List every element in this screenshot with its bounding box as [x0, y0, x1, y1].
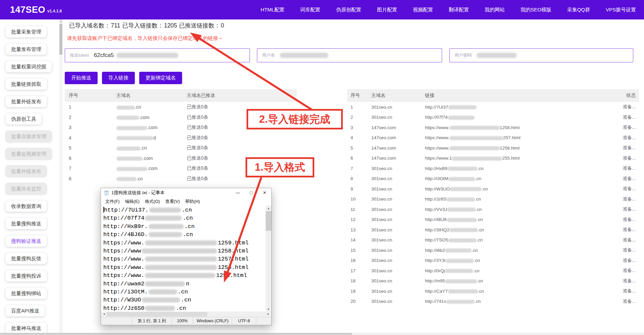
- sidebar-item[interactable]: 批量搜狗反馈: [5, 253, 47, 264]
- username-input[interactable]: 用户名: [257, 48, 442, 62]
- page-hscrollbar[interactable]: [0, 333, 644, 335]
- link-cell: http://3Y3i.cn: [425, 258, 612, 263]
- url-text: http://Jz6S0: [103, 305, 144, 312]
- redacted-text: [448, 105, 477, 109]
- link-cell: http://i6b2.cn: [425, 248, 612, 253]
- nav-item[interactable]: 伪原创配置: [336, 7, 361, 13]
- sidebar-item[interactable]: 批量发布管理: [5, 43, 47, 55]
- table-row: 5.cn已推送0条: [65, 143, 297, 153]
- notepad-text[interactable]: http://7Ui37..cnhttp://07f74.cnhttp://Hx…: [101, 206, 266, 312]
- row-index: 11: [351, 207, 371, 212]
- start-push-button[interactable]: 开始推送: [65, 72, 98, 84]
- nav-item[interactable]: 采集QQ群: [567, 7, 590, 13]
- notepad-vscrollbar[interactable]: ▲ ▼: [266, 206, 271, 312]
- nav-item[interactable]: VPS拨号设置: [606, 7, 636, 13]
- notepad-line: http://07f74.cn: [103, 214, 266, 222]
- nav-item[interactable]: 翻译配置: [449, 7, 469, 13]
- table-row: 3147seo.comhttps://www.1258.html准备...: [347, 122, 639, 133]
- table-row: 9301seo.cnhttp://W3UO.cn准备...: [347, 184, 639, 194]
- menu-item[interactable]: 查看(V): [163, 199, 182, 205]
- status-cell: 准备...: [612, 186, 636, 192]
- links-table-body: 1301seo.cnhttp://7Ui37准备...2301seo.cnhtt…: [347, 102, 639, 306]
- menu-item[interactable]: 编辑(E): [122, 199, 142, 205]
- page-hscrollbar-thumb[interactable]: [0, 333, 352, 335]
- url-text: 1257.html: [218, 256, 249, 262]
- row-index: 14: [351, 237, 371, 242]
- sidebar-item[interactable]: 搜狗验证推送: [5, 235, 47, 247]
- input-label: 推送token: [70, 52, 89, 58]
- sidebar-item[interactable]: 批量神马推送: [5, 322, 47, 333]
- row-index: 1: [69, 104, 116, 110]
- url-text: http://07f74: [103, 215, 144, 221]
- url-text: http://uwam2: [103, 281, 144, 287]
- domain-cell: .cn: [116, 145, 187, 151]
- scroll-down-icon[interactable]: ▼: [266, 307, 271, 312]
- menu-item[interactable]: 文件(F): [103, 199, 122, 205]
- url-text: 1255.html: [216, 272, 247, 279]
- notepad-vscrollbar-thumb[interactable]: [266, 211, 271, 231]
- sidebar-scrollbar-thumb[interactable]: [59, 24, 62, 55]
- table-row: 13301seo.cnhttp://3IHQ2.cn准备...: [347, 225, 639, 235]
- sidebar-item[interactable]: 批量搜狗投诉: [5, 270, 47, 282]
- link-cell: http://VV3J.cn: [425, 207, 612, 212]
- sidebar-scrollbar[interactable]: ▲: [59, 19, 62, 333]
- notepad-editor[interactable]: http://7Ui37..cnhttp://07f74.cnhttp://Hx…: [101, 206, 271, 312]
- minimize-icon[interactable]: —: [231, 188, 245, 198]
- sidebar-item[interactable]: 百度API推送: [5, 305, 45, 317]
- notepad-titlebar[interactable]: 1搜狗推送链接.txt - 记事本 — □ ✕: [101, 188, 271, 198]
- maximize-icon[interactable]: □: [245, 188, 258, 198]
- nav-item[interactable]: HTML配置: [261, 7, 284, 13]
- column-header: 主域名已推送: [187, 93, 293, 99]
- sidebar-item[interactable]: 批量搜狗绑站: [5, 287, 47, 299]
- stat-label: 已推送链接数：: [179, 22, 220, 29]
- scroll-left-icon[interactable]: ◄: [101, 312, 107, 317]
- nav-item[interactable]: 视频配置: [413, 7, 433, 13]
- sidebar-item[interactable]: 伪原创工具: [5, 113, 42, 125]
- notepad-line: https://www.1255.html: [103, 272, 266, 280]
- url-text: n: [186, 281, 189, 287]
- redacted-text: [116, 116, 139, 120]
- sidebar-item[interactable]: 批量搜狗推送: [5, 218, 47, 229]
- password-input[interactable]: 用户密码: [449, 48, 633, 62]
- import-links-button[interactable]: 导入链接: [102, 72, 135, 84]
- menu-item[interactable]: 格式(O): [142, 199, 163, 205]
- sidebar-item[interactable]: 批量外链发布: [5, 96, 47, 107]
- link-cell: http://W3UO.cn: [425, 186, 612, 191]
- scroll-up-arrow-icon[interactable]: ▲: [59, 19, 62, 23]
- update-bound-domains-button[interactable]: 更新绑定域名: [139, 72, 182, 84]
- link-prefix: http://CaY7: [425, 289, 448, 294]
- nav-item[interactable]: 词库配置: [300, 7, 320, 13]
- notepad-line: https://www.1257.html: [103, 255, 266, 263]
- sidebar-item[interactable]: 批量权重词挖掘: [5, 61, 52, 72]
- scroll-up-icon[interactable]: ▲: [266, 206, 271, 211]
- row-index: 5: [69, 145, 116, 151]
- sidebar-item[interactable]: 收录数据查询: [5, 200, 47, 212]
- nav-item[interactable]: 我的SEO模版: [521, 7, 551, 13]
- nav-item[interactable]: 图片配置: [377, 7, 397, 13]
- app-version: v1.4.1.6: [47, 9, 62, 13]
- window-controls: — □ ✕: [231, 188, 271, 198]
- sidebar-item[interactable]: 批量链接抓取: [5, 78, 47, 90]
- row-index: 9: [351, 186, 371, 191]
- menu-item[interactable]: 帮助(H): [182, 199, 203, 205]
- table-row: 15301seo.cnhttp://i6b2.cn准备...: [347, 245, 639, 256]
- link-prefix: http://VV3J: [425, 207, 447, 212]
- link-prefix: http://3Y3i: [425, 258, 445, 263]
- link-suffix: .cn: [478, 166, 484, 171]
- bound-domains-table-header: 序号主域名主域名已推送: [65, 89, 297, 102]
- redacted-text: [116, 53, 178, 58]
- links-table: 序号主域名链接状态 1301seo.cnhttp://7Ui37准备...230…: [347, 89, 639, 306]
- sidebar-item: 批量自媒体管理: [5, 130, 52, 142]
- url-text: 1259.html: [218, 240, 249, 246]
- column-header: 序号: [351, 93, 371, 99]
- close-icon[interactable]: ✕: [258, 188, 271, 198]
- token-input[interactable]: 推送token62cfca5: [65, 48, 250, 62]
- domain-cell: 147seo.com: [371, 135, 425, 140]
- sidebar-item[interactable]: 批量采集管理: [5, 26, 47, 38]
- link-cell: http://3IHQ2.cn: [425, 227, 612, 232]
- scroll-right-icon[interactable]: ►: [266, 312, 271, 317]
- notepad-hscrollbar[interactable]: ◄ ►: [101, 312, 271, 317]
- notepad-hscrollbar-thumb[interactable]: [107, 312, 207, 317]
- row-index: 4: [351, 135, 371, 140]
- nav-item[interactable]: 我的网站: [485, 7, 505, 13]
